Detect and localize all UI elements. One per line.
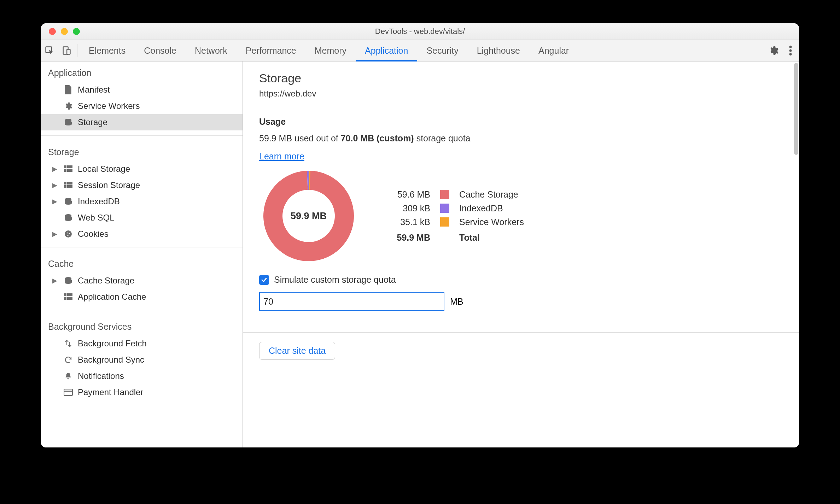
traffic-lights bbox=[41, 28, 80, 35]
separator bbox=[243, 332, 799, 333]
sidebar-item-web-sql[interactable]: ▶Web SQL bbox=[41, 210, 243, 226]
doc-icon bbox=[63, 85, 74, 94]
sidebar-item-label: Manifest bbox=[78, 85, 110, 95]
legend-row: 35.1 kBService Workers bbox=[383, 215, 529, 229]
sidebar-item-label: Notifications bbox=[78, 371, 124, 381]
db-icon bbox=[63, 213, 74, 222]
sidebar-item-label: Cache Storage bbox=[78, 276, 134, 286]
usage-donut-chart: 59.9 MB bbox=[259, 166, 358, 265]
panel: Storage https://web.dev Usage 59.9 MB us… bbox=[243, 61, 799, 447]
panel-title: Storage bbox=[259, 71, 783, 85]
sidebar-item-cookies[interactable]: ▶Cookies bbox=[41, 226, 243, 242]
window-maximize-button[interactable] bbox=[73, 28, 80, 35]
svg-rect-14 bbox=[67, 185, 72, 188]
legend-value: 309 kB bbox=[383, 201, 435, 215]
sidebar-item-storage[interactable]: ▶Storage bbox=[41, 114, 243, 130]
legend-label: IndexedDB bbox=[454, 201, 529, 215]
sidebar[interactable]: Application▶Manifest▶Service Workers▶Sto… bbox=[41, 61, 243, 447]
sidebar-section-title: Cache bbox=[41, 252, 243, 272]
tab-elements[interactable]: Elements bbox=[80, 40, 135, 61]
sidebar-item-label: IndexedDB bbox=[78, 197, 120, 206]
svg-point-19 bbox=[69, 233, 70, 234]
tab-lighthouse[interactable]: Lighthouse bbox=[468, 40, 529, 61]
svg-point-3 bbox=[789, 46, 792, 48]
arrows-icon bbox=[63, 339, 74, 348]
inspect-element-icon[interactable] bbox=[41, 42, 58, 59]
svg-point-17 bbox=[65, 230, 72, 238]
sidebar-item-payment-handler[interactable]: ▶Payment Handler bbox=[41, 384, 243, 400]
grid-icon bbox=[63, 293, 74, 300]
db-icon bbox=[63, 276, 74, 285]
tab-performance[interactable]: Performance bbox=[237, 40, 305, 61]
legend-swatch bbox=[435, 201, 454, 215]
db-icon bbox=[63, 118, 74, 127]
card-icon bbox=[63, 389, 74, 396]
tab-angular[interactable]: Angular bbox=[529, 40, 578, 61]
settings-icon[interactable] bbox=[765, 42, 782, 59]
sidebar-item-background-fetch[interactable]: ▶Background Fetch bbox=[41, 335, 243, 352]
legend-swatch bbox=[435, 188, 454, 201]
svg-rect-11 bbox=[64, 182, 66, 184]
sidebar-item-label: Background Fetch bbox=[78, 339, 147, 348]
cookie-icon bbox=[63, 230, 74, 238]
grid-icon bbox=[63, 182, 74, 189]
sidebar-item-label: Local Storage bbox=[78, 164, 130, 174]
sidebar-item-service-workers[interactable]: ▶Service Workers bbox=[41, 98, 243, 114]
legend-total-value: 59.9 MB bbox=[383, 229, 435, 245]
usage-text-prefix: 59.9 MB used out of bbox=[259, 133, 341, 143]
sidebar-item-label: Background Sync bbox=[78, 355, 144, 365]
sidebar-item-cache-storage[interactable]: ▶Cache Storage bbox=[41, 272, 243, 289]
svg-rect-26 bbox=[64, 389, 72, 395]
more-menu-icon[interactable] bbox=[782, 42, 799, 59]
svg-rect-9 bbox=[64, 169, 66, 172]
chevron-right-icon: ▶ bbox=[52, 198, 59, 205]
sidebar-section-title: Storage bbox=[41, 141, 243, 161]
tab-network[interactable]: Network bbox=[186, 40, 237, 61]
svg-point-20 bbox=[67, 235, 68, 236]
sidebar-item-background-sync[interactable]: ▶Background Sync bbox=[41, 352, 243, 368]
sidebar-item-local-storage[interactable]: ▶Local Storage bbox=[41, 161, 243, 177]
sidebar-item-session-storage[interactable]: ▶Session Storage bbox=[41, 177, 243, 193]
db-icon bbox=[63, 197, 74, 206]
chevron-right-icon: ▶ bbox=[52, 165, 59, 173]
clear-site-data-button[interactable]: Clear site data bbox=[259, 342, 335, 360]
tab-security[interactable]: Security bbox=[417, 40, 467, 61]
svg-point-18 bbox=[66, 232, 68, 233]
sidebar-item-label: Web SQL bbox=[78, 213, 115, 223]
usage-text: 59.9 MB used out of 70.0 MB (custom) sto… bbox=[259, 133, 783, 143]
tab-memory[interactable]: Memory bbox=[305, 40, 356, 61]
bell-icon bbox=[63, 372, 74, 380]
tab-application[interactable]: Application bbox=[356, 40, 417, 61]
separator bbox=[41, 135, 243, 136]
legend-label: Cache Storage bbox=[454, 188, 529, 201]
quota-input[interactable] bbox=[259, 292, 444, 311]
sidebar-item-indexeddb[interactable]: ▶IndexedDB bbox=[41, 193, 243, 210]
titlebar: DevTools - web.dev/vitals/ bbox=[41, 23, 799, 40]
separator bbox=[41, 310, 243, 310]
sidebar-item-application-cache[interactable]: ▶Application Cache bbox=[41, 289, 243, 305]
scrollbar[interactable] bbox=[794, 63, 798, 155]
tabstrip: ElementsConsoleNetworkPerformanceMemoryA… bbox=[41, 40, 799, 61]
device-toolbar-icon[interactable] bbox=[58, 42, 75, 59]
svg-rect-24 bbox=[64, 297, 66, 300]
sidebar-item-manifest[interactable]: ▶Manifest bbox=[41, 82, 243, 98]
legend-total-label: Total bbox=[454, 229, 529, 245]
body: Application▶Manifest▶Service Workers▶Sto… bbox=[41, 61, 799, 447]
legend-value: 59.6 MB bbox=[383, 188, 435, 201]
simulate-quota-checkbox[interactable] bbox=[259, 275, 269, 285]
legend-row: 59.6 MBCache Storage bbox=[383, 188, 529, 201]
window-minimize-button[interactable] bbox=[61, 28, 68, 35]
devtools-window: DevTools - web.dev/vitals/ ElementsConso… bbox=[41, 23, 799, 447]
sidebar-section-title: Background Services bbox=[41, 315, 243, 335]
svg-rect-13 bbox=[64, 185, 66, 188]
window-close-button[interactable] bbox=[49, 28, 56, 35]
donut-center-label: 59.9 MB bbox=[259, 166, 358, 265]
chevron-right-icon: ▶ bbox=[52, 181, 59, 189]
tab-console[interactable]: Console bbox=[135, 40, 186, 61]
svg-rect-7 bbox=[64, 165, 66, 168]
sidebar-item-label: Payment Handler bbox=[78, 387, 143, 397]
learn-more-link[interactable]: Learn more bbox=[259, 151, 304, 162]
svg-rect-23 bbox=[67, 293, 72, 296]
svg-point-4 bbox=[789, 49, 792, 52]
sidebar-item-notifications[interactable]: ▶Notifications bbox=[41, 368, 243, 384]
